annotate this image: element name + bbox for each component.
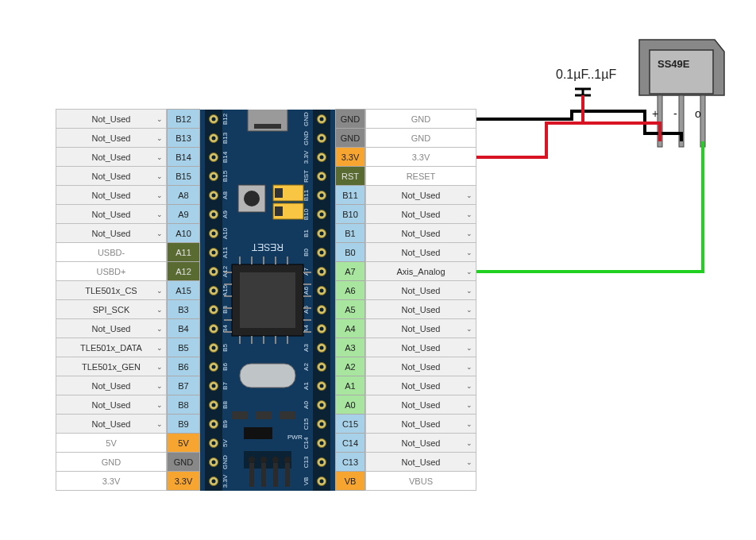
right-func-a4[interactable]: Not_Used⌄ [365,318,476,338]
left-func-b13[interactable]: Not_Used⌄ [56,128,167,148]
func-label: Not_Used [92,381,131,391]
svg-point-82 [212,365,216,369]
right-pin-b10: B10 [335,204,365,224]
svg-point-96 [320,403,324,407]
capacitor-value-label: 0.1µF..1µF [556,68,616,82]
svg-point-36 [320,213,324,217]
func-label: Not_Used [92,114,131,124]
svg-rect-2 [313,110,330,491]
svg-rect-174 [679,95,684,147]
left-func-a15[interactable]: TLE501x_CS⌄ [56,280,167,300]
svg-text:B6: B6 [222,363,229,371]
right-pin-b0: B0 [335,242,365,262]
right-func-a5[interactable]: Not_Used⌄ [365,299,476,319]
svg-point-46 [212,251,216,255]
func-label: Not_Used [92,191,131,200]
right-func-c15[interactable]: Not_Used⌄ [365,414,476,434]
right-func-a7[interactable]: Axis_Analog⌄ [365,261,476,281]
svg-point-118 [212,480,216,484]
right-func-a2[interactable]: Not_Used⌄ [365,357,476,376]
chevron-down-icon: ⌄ [466,268,472,276]
left-pin-a12: A12 [167,261,200,281]
left-func-a9[interactable]: Not_Used⌄ [56,204,167,224]
right-pin-a4: A4 [335,318,365,338]
svg-point-166 [284,457,291,463]
svg-point-78 [320,346,324,350]
sensor-part-label: SS49E [658,58,690,70]
func-label: Not_Used [402,305,441,314]
right-pin-vb: VB [335,471,365,491]
svg-text:A1: A1 [303,382,310,390]
left-func-a8[interactable]: Not_Used⌄ [56,185,167,205]
left-func-b9[interactable]: Not_Used⌄ [56,414,167,434]
right-func-a3[interactable]: Not_Used⌄ [365,338,476,357]
func-label: TLE501x_DATA [80,343,142,353]
svg-point-90 [320,384,324,388]
left-func-b4[interactable]: Not_Used⌄ [56,318,167,338]
svg-text:A15: A15 [222,284,229,296]
func-label: Not_Used [402,381,441,391]
func-label: Not_Used [92,324,131,334]
func-label: Not_Used [92,400,131,410]
left-pin-b8: B8 [167,395,200,415]
svg-point-58 [212,289,216,293]
svg-point-30 [320,194,324,198]
right-pin-a5: A5 [335,299,365,319]
right-func-b1[interactable]: Not_Used⌄ [365,223,476,243]
chevron-down-icon: ⌄ [156,325,163,333]
right-func-a6[interactable]: Not_Used⌄ [365,280,476,300]
svg-point-18 [320,156,324,160]
func-label: Not_Used [92,172,131,181]
left-func-a11: USBD- [56,242,167,262]
left-func-b5[interactable]: TLE501x_DATA⌄ [56,338,167,357]
left-func-b15[interactable]: Not_Used⌄ [56,166,167,186]
svg-text:A10: A10 [222,227,229,239]
func-label: VBUS [409,476,433,486]
left-func-b3[interactable]: SPI_SCK⌄ [56,299,167,319]
func-label: RESET [407,172,436,181]
right-func-c13[interactable]: Not_Used⌄ [365,452,476,472]
func-label: GND [411,114,430,124]
right-func-c14[interactable]: Not_Used⌄ [365,433,476,453]
svg-point-84 [320,365,324,369]
func-label: USBD- [98,248,125,257]
left-func-b14[interactable]: Not_Used⌄ [56,147,167,167]
func-label: GND [411,133,430,143]
right-func-a0[interactable]: Not_Used⌄ [365,395,476,415]
right-pin-c13: C13 [335,452,365,472]
right-func-b10[interactable]: Not_Used⌄ [365,204,476,224]
left-pin-a9: A9 [167,204,200,224]
left-func-3.3v: 3.3V [56,471,167,491]
svg-text:B14: B14 [222,151,229,163]
func-label: Axis_Analog [396,267,445,276]
pinout-table: Not_Used⌄Not_Used⌄Not_Used⌄Not_Used⌄Not_… [56,110,476,491]
chevron-down-icon: ⌄ [466,401,472,409]
svg-point-60 [320,289,324,293]
left-func-b7[interactable]: Not_Used⌄ [56,376,167,395]
svg-point-10 [212,137,216,141]
right-func-column: GNDGND3.3VRESETNot_Used⌄Not_Used⌄Not_Use… [365,110,476,491]
chevron-down-icon: ⌄ [466,325,472,333]
left-func-b6[interactable]: TLE501x_GEN⌄ [56,357,167,376]
chevron-down-icon: ⌄ [156,172,163,180]
chevron-down-icon: ⌄ [466,439,472,447]
func-label: Not_Used [92,229,131,238]
right-func-a1[interactable]: Not_Used⌄ [365,376,476,395]
svg-text:A0: A0 [303,401,310,409]
left-pin-a11: A11 [167,242,200,262]
func-label: Not_Used [402,229,441,238]
chevron-down-icon: ⌄ [156,420,163,428]
func-label: Not_Used [402,400,441,410]
svg-rect-167 [249,463,254,487]
func-label: SPI_SCK [93,305,129,314]
left-func-b12[interactable]: Not_Used⌄ [56,109,167,129]
svg-text:B8: B8 [222,401,229,409]
left-func-b8[interactable]: Not_Used⌄ [56,395,167,415]
right-func-b0[interactable]: Not_Used⌄ [365,242,476,262]
left-func-a10[interactable]: Not_Used⌄ [56,223,167,243]
chevron-down-icon: ⌄ [466,287,472,295]
left-pin-b9: B9 [167,414,200,434]
right-func-b11[interactable]: Not_Used⌄ [365,185,476,205]
func-label: Not_Used [92,210,131,219]
left-pin-3.3v: 3.3V [167,471,200,491]
